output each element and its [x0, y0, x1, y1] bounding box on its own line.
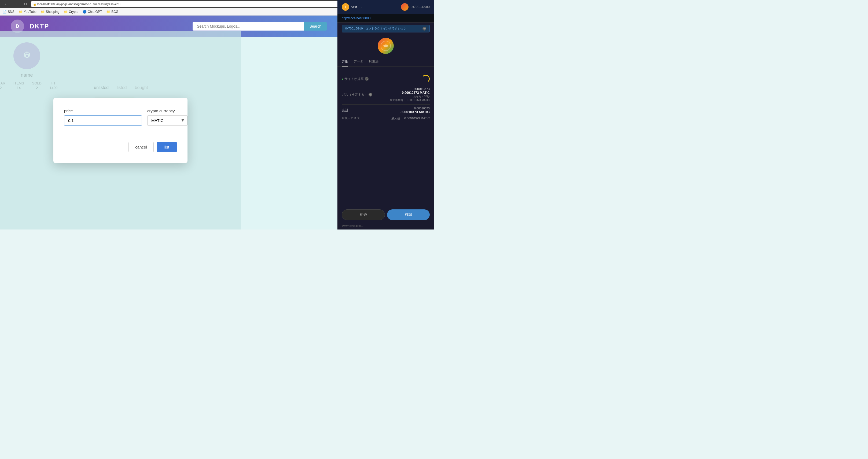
metamask-address-section: 0x700...D9d0 [401, 3, 430, 11]
modal-overlay: price crypto currency MATIC ETH BNB ▼ [0, 31, 241, 230]
fee-values: 最大値： 0.00010373 MATIC [391, 116, 430, 120]
bookmark-chatgpt[interactable]: 🔵 Chat GPT [83, 10, 102, 14]
metamask-avatar: T [342, 3, 349, 11]
metamask-tabs: 詳細 データ 16進法 [337, 57, 434, 67]
search-button[interactable]: Search [304, 22, 327, 31]
metamask-header: T test → 0x700...D9d0 [337, 0, 434, 14]
fee-label: 金額＋ガス代 [342, 116, 360, 120]
loading-spinner [422, 75, 430, 83]
gas-section: ● サイトが提案 ⓘ ガス（推定する） ⓘ 0.00010373 0.00010… [337, 70, 434, 124]
refresh-button[interactable]: ↻ [22, 1, 29, 7]
search-input[interactable] [193, 22, 304, 31]
site-suggest-label: ● サイトが提案 ⓘ [342, 77, 369, 81]
page-background: D DKTP Search name [0, 15, 337, 230]
metamask-actions: 拒否 確認 [337, 206, 434, 223]
gas-approx: おそらく30秒 [390, 95, 430, 98]
bookmark-chatgpt-label: Chat GPT [88, 10, 102, 14]
bookmark-youtube[interactable]: 📁 YouTube [19, 10, 36, 14]
shopping-folder-icon: 📁 [41, 10, 45, 14]
bookmark-crypto[interactable]: 📁 Crypto [64, 10, 78, 14]
metamask-url-bar: http://localhost:8080 [337, 14, 434, 23]
forward-button[interactable]: → [12, 1, 20, 7]
lock-icon: 🔒 [33, 3, 36, 6]
fee-row: 金額＋ガス代 最大値： 0.00010373 MATIC [342, 116, 430, 120]
gas-values: 0.00010373 0.00010373 MATIC おそらく30秒 最大手数… [390, 87, 430, 102]
fee-max-value: 0.00010373 MATIC [404, 117, 430, 120]
wallet-address: 0x700...D9d0 [411, 5, 430, 9]
currency-group: crypto currency MATIC ETH BNB ▼ [147, 108, 187, 126]
tab-details[interactable]: 詳細 [342, 57, 348, 66]
bookmark-shopping-label: Shopping [46, 10, 60, 14]
total-label: 合計 [342, 108, 349, 113]
contract-icon [378, 38, 394, 54]
avatar-label: T [345, 5, 346, 8]
site-suggest-info-icon[interactable]: ⓘ [365, 77, 369, 81]
crypto-folder-icon: 📁 [64, 10, 68, 14]
address-avatar-icon [401, 3, 408, 11]
total-value-matic: 0.00010373 MATIC [400, 110, 430, 114]
bookmark-sns-label: SNS [8, 10, 14, 14]
site-suggest-dot: ● [342, 77, 343, 80]
metamask-footer-url: www.4byte.direc... [337, 223, 434, 230]
cancel-button[interactable]: cancel [128, 142, 153, 152]
gas-row: ガス（推定する） ⓘ 0.00010373 0.00010373 MATIC お… [342, 87, 430, 102]
bookmark-sns[interactable]: 📄 SNS [3, 10, 14, 14]
bookmark-shopping[interactable]: 📁 Shopping [41, 10, 60, 14]
total-values: 0.00010373 0.00010373 MATIC [400, 107, 430, 114]
spinner-container [422, 72, 430, 86]
price-input[interactable] [64, 115, 142, 126]
logo-letter: D [16, 24, 19, 29]
bcg-folder-icon: 📁 [106, 10, 110, 14]
site-logo-text: DKTP [30, 23, 49, 30]
tab-hex[interactable]: 16進法 [369, 57, 378, 66]
chatgpt-icon: 🔵 [83, 10, 87, 14]
modal-form-row: price crypto currency MATIC ETH BNB ▼ [64, 108, 177, 126]
gas-label: ガス（推定する） ⓘ [342, 93, 372, 97]
bookmark-bcg[interactable]: 📁 BCG [106, 10, 118, 14]
site-suggest-row: ● サイトが提案 ⓘ [342, 72, 430, 86]
gas-value-matic: 0.00010373 MATIC [390, 91, 430, 95]
metamask-panel: T test → 0x700...D9d0 http://localhost:8… [337, 0, 434, 230]
gas-info-icon[interactable]: ⓘ [369, 93, 372, 97]
bookmark-youtube-label: YouTube [24, 10, 36, 14]
url-text: localhost:8080/mypage?message=Article+su… [37, 2, 121, 6]
metamask-account[interactable]: T test → [342, 3, 362, 11]
modal: price crypto currency MATIC ETH BNB ▼ [53, 98, 187, 163]
modal-actions: cancel list [64, 142, 177, 152]
contract-badge: 0x700...D9d0 : コントラクトインタラクション ⓘ [342, 25, 430, 32]
list-button[interactable]: list [157, 142, 177, 152]
currency-label: crypto currency [147, 108, 187, 113]
total-row: 合計 0.00010373 0.00010373 MATIC [342, 107, 430, 114]
bookmark-bcg-label: BCG [111, 10, 118, 14]
currency-select[interactable]: MATIC ETH BNB [147, 115, 187, 126]
info-icon[interactable]: ⓘ [423, 27, 426, 31]
back-button[interactable]: ← [3, 1, 10, 7]
price-group: price [64, 108, 142, 126]
account-arrow-icon: → [359, 5, 362, 9]
approve-button[interactable]: 確認 [387, 209, 430, 220]
account-name: test [351, 5, 357, 9]
gas-max: 最大手数料： 0.00010373 MATIC [390, 98, 430, 102]
sns-icon: 📄 [3, 10, 7, 14]
total-value-small: 0.00010373 [400, 107, 430, 110]
reject-button[interactable]: 拒否 [342, 209, 385, 220]
currency-select-wrapper: MATIC ETH BNB ▼ [147, 115, 187, 126]
bookmark-crypto-label: Crypto [69, 10, 78, 14]
fee-max-label: 最大値： [391, 117, 403, 120]
price-label: price [64, 108, 142, 113]
search-bar: Search [193, 22, 327, 31]
contract-svg-icon [380, 40, 391, 51]
contract-badge-text: 0x700...D9d0 : コントラクトインタラクション [345, 27, 407, 31]
tab-data[interactable]: データ [353, 57, 363, 66]
gas-value-small: 0.00010373 [390, 87, 430, 91]
youtube-folder-icon: 📁 [19, 10, 23, 14]
